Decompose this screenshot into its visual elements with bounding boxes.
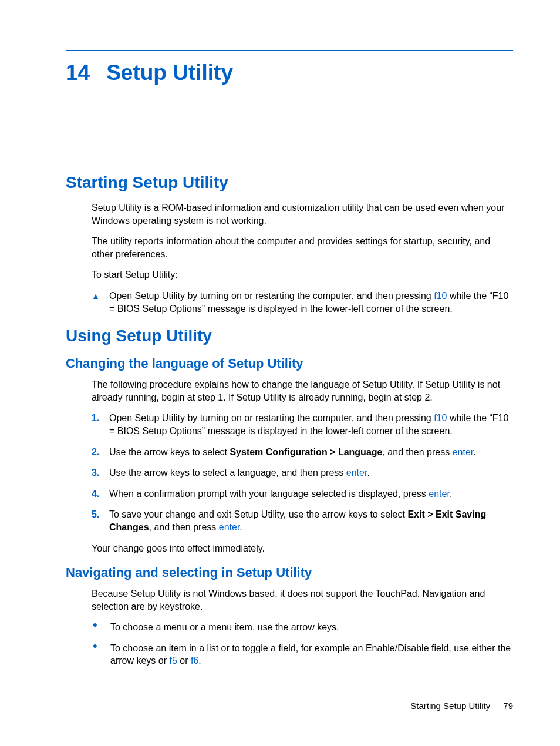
step-content: Open Setup Utility by turning on or rest…: [109, 290, 513, 315]
triangle-step: ▲ Open Setup Utility by turning on or re…: [92, 290, 513, 315]
section-starting-title: Starting Setup Utility: [66, 173, 513, 192]
list-item: • To choose a menu or a menu item, use t…: [92, 621, 513, 634]
chapter-title: 14 Setup Utility: [66, 61, 513, 85]
section-using-title: Using Setup Utility: [66, 327, 513, 345]
paragraph: Because Setup Utility is not Windows bas…: [92, 587, 513, 613]
list-item: 2. Use the arrow keys to select System C…: [92, 446, 513, 459]
page: 14 Setup Utility Starting Setup Utility …: [0, 0, 560, 746]
step-number: 3.: [92, 466, 109, 479]
subsection-language-title: Changing the language of Setup Utility: [66, 356, 513, 371]
paragraph: Setup Utility is a ROM-based information…: [92, 201, 513, 227]
bullet-icon: •: [92, 642, 110, 650]
page-footer: Starting Setup Utility 79: [410, 701, 513, 711]
step-number: 5.: [92, 508, 109, 521]
paragraph: The utility reports information about th…: [92, 235, 513, 260]
bullet-icon: •: [92, 621, 110, 629]
list-item: 3. Use the arrow keys to select a langua…: [92, 466, 513, 479]
page-number: 79: [503, 701, 513, 711]
list-item: • To choose an item in a list or to togg…: [92, 642, 513, 667]
chapter-number: 14: [66, 61, 90, 85]
subsection-navigating-body: Because Setup Utility is not Windows bas…: [92, 587, 513, 667]
paragraph: To start Setup Utility:: [92, 268, 513, 281]
footer-label: Starting Setup Utility: [410, 701, 490, 711]
step-number: 4.: [92, 488, 109, 500]
triangle-icon: ▲: [92, 290, 109, 302]
list-item: 4. When a confirmation prompt with your …: [92, 488, 513, 500]
chapter-name: Setup Utility: [106, 61, 233, 85]
top-rule: [66, 50, 513, 51]
paragraph: The following procedure explains how to …: [92, 378, 513, 404]
step-number: 1.: [92, 412, 109, 425]
list-item: 5. To save your change and exit Setup Ut…: [92, 508, 513, 533]
step-number: 2.: [92, 446, 109, 459]
list-item: 1. Open Setup Utility by turning on or r…: [92, 412, 513, 437]
subsection-language-body: The following procedure explains how to …: [92, 378, 513, 555]
paragraph: Your change goes into effect immediately…: [92, 542, 513, 555]
section-starting-body: Setup Utility is a ROM-based information…: [92, 201, 513, 315]
subsection-navigating-title: Navigating and selecting in Setup Utilit…: [66, 565, 513, 580]
